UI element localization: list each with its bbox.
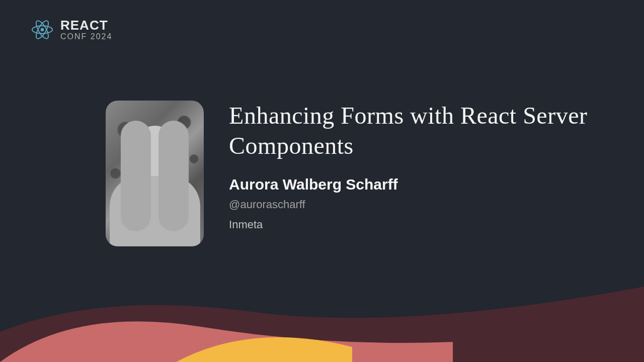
talk-title: Enhancing Forms with React Server Compon… (229, 101, 644, 161)
conference-logo: REACT CONF 2024 (30, 18, 112, 42)
logo-title: REACT (60, 19, 112, 32)
logo-text: REACT CONF 2024 (60, 19, 112, 41)
svg-point-3 (41, 28, 44, 32)
decorative-waves (0, 272, 644, 362)
talk-info: Enhancing Forms with React Server Compon… (229, 101, 644, 231)
speaker-name: Aurora Walberg Scharff (229, 176, 644, 193)
speaker-company: Inmeta (229, 218, 644, 231)
main-content: Enhancing Forms with React Server Compon… (106, 101, 644, 246)
speaker-handle: @aurorascharff (229, 198, 644, 211)
speaker-photo (106, 101, 204, 246)
react-icon (30, 18, 54, 42)
logo-subtitle: CONF 2024 (60, 33, 112, 41)
